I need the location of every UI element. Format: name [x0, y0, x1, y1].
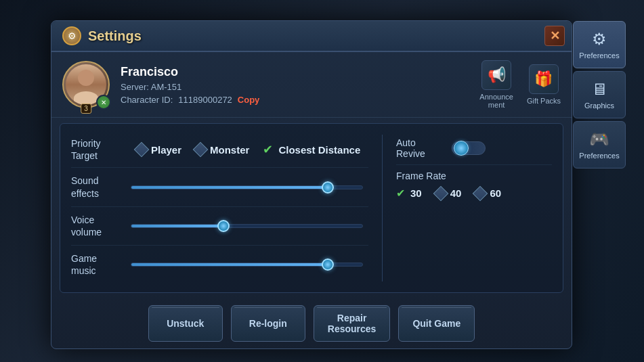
closest-distance-label: Closest Distance	[278, 144, 360, 156]
checkmark-icon: ✔	[263, 142, 273, 157]
graphics-label: Graphics	[584, 101, 614, 110]
game-music-thumb	[322, 258, 334, 271]
profile-name: Francisco	[121, 65, 479, 79]
right-sidebar: ⚙ Preferences 🖥 Graphics 🎮 Preferences	[573, 21, 626, 168]
copy-button[interactable]: Copy	[238, 95, 260, 105]
sound-effects-row: Soundeffects	[71, 168, 368, 206]
profile-server: Server: AM-151	[121, 82, 479, 92]
profile-id-row: Character ID: 11189000272 Copy	[121, 95, 479, 105]
title-icon: ⚙	[62, 26, 81, 45]
relogin-button[interactable]: Re-login	[231, 305, 305, 342]
preferences-top-label: Preferences	[579, 51, 619, 60]
voice-volume-thumb	[217, 220, 230, 232]
profile-id-value: 11189000272	[178, 95, 232, 105]
frame-30-check: ✔	[396, 187, 405, 200]
sound-effects-thumb	[322, 181, 334, 194]
close-button[interactable]: ✕	[544, 26, 565, 46]
frame-rate-options: ✔ 30 40 60	[396, 187, 552, 200]
left-column: PriorityTarget Player Monster ✔ Closes	[71, 132, 368, 284]
avatar-badge: ✕	[96, 95, 111, 110]
gift-packs-label: Gift Packs	[527, 97, 561, 105]
buttons-row: Unstuck Re-login RepairResources Quit Ga…	[51, 298, 572, 348]
game-music-fill	[131, 263, 328, 266]
settings-modal: ⚙ Settings ✕ ✕ 3 Francisco Server: AM-15…	[51, 20, 572, 349]
sound-effects-label: Soundeffects	[71, 175, 125, 199]
column-divider	[382, 135, 383, 281]
profile-info: Francisco Server: AM-151 Character ID: 1…	[121, 65, 479, 105]
voice-volume-fill	[131, 225, 223, 227]
frame-30-label: 30	[410, 187, 422, 199]
frame-60-option[interactable]: 60	[475, 187, 501, 200]
frame-40-option[interactable]: 40	[435, 187, 462, 200]
player-option[interactable]: Player	[136, 144, 181, 156]
voice-volume-row: Voicevolume	[71, 207, 368, 246]
announcement-icon-item[interactable]: 📢 Announcement	[479, 60, 513, 109]
game-music-row: Gamemusic	[71, 246, 368, 284]
sidebar-tab-preferences-top[interactable]: ⚙ Preferences	[573, 21, 626, 68]
unstuck-button[interactable]: Unstuck	[148, 305, 223, 342]
closest-distance-option[interactable]: ✔ Closest Distance	[263, 142, 360, 157]
frame-40-label: 40	[450, 187, 462, 199]
priority-options: Player Monster ✔ Closest Distance	[136, 142, 368, 157]
modal-title-bar: ⚙ Settings ✕	[51, 21, 572, 52]
quit-game-button[interactable]: Quit Game	[398, 305, 475, 342]
announcement-icon: 📢	[481, 60, 511, 90]
frame-30-option[interactable]: ✔ 30	[396, 187, 422, 200]
profile-id-label: Character ID:	[121, 95, 173, 105]
player-radio	[134, 142, 150, 158]
auto-revive-label: AutoRevive	[396, 137, 444, 159]
player-label: Player	[151, 144, 181, 156]
modal-title: Settings	[88, 28, 142, 44]
avatar-level: 3	[81, 104, 91, 114]
monster-radio	[193, 142, 209, 158]
content-area: PriorityTarget Player Monster ✔ Closes	[60, 123, 563, 293]
game-music-label: Gamemusic	[71, 252, 125, 277]
monster-label: Monster	[210, 144, 249, 156]
frame-60-radio	[473, 185, 488, 201]
priority-target-label: PriorityTarget	[71, 137, 125, 162]
top-icons: 📢 Announcement 🎁 Gift Packs	[479, 60, 561, 109]
sidebar-tab-graphics[interactable]: 🖥 Graphics	[573, 71, 626, 118]
frame-rate-title: Frame Rate	[396, 171, 552, 181]
profile-section: ✕ 3 Francisco Server: AM-151 Character I…	[51, 52, 572, 118]
frame-rate-section: Frame Rate ✔ 30 40 60	[396, 165, 552, 205]
auto-revive-row: AutoRevive	[396, 132, 552, 165]
preferences-bottom-label: Preferences	[579, 152, 619, 160]
toggle-thumb	[454, 141, 469, 156]
right-column: AutoRevive Frame Rate ✔ 30	[396, 132, 552, 284]
preferences-bottom-icon: 🎮	[589, 130, 609, 149]
voice-volume-label: Voicevolume	[71, 214, 125, 238]
two-col-layout: PriorityTarget Player Monster ✔ Closes	[71, 132, 552, 284]
monster-option[interactable]: Monster	[195, 144, 249, 156]
repair-resources-button[interactable]: RepairResources	[314, 305, 391, 342]
priority-target-row: PriorityTarget Player Monster ✔ Closes	[71, 132, 368, 168]
graphics-icon: 🖥	[591, 80, 607, 99]
voice-volume-slider[interactable]	[131, 224, 363, 228]
announcement-label: Announcement	[479, 93, 513, 109]
sound-effects-fill	[131, 186, 328, 189]
auto-revive-toggle[interactable]	[452, 141, 486, 155]
sidebar-tab-preferences-bottom[interactable]: 🎮 Preferences	[573, 121, 626, 168]
avatar-container: ✕ 3	[62, 61, 110, 108]
gift-packs-icon-item[interactable]: 🎁 Gift Packs	[527, 64, 561, 105]
preferences-top-icon: ⚙	[592, 30, 607, 49]
frame-60-label: 60	[490, 187, 501, 199]
frame-40-radio	[433, 185, 448, 201]
toggle-track	[452, 141, 486, 155]
game-music-slider[interactable]	[131, 263, 363, 267]
gift-packs-icon: 🎁	[529, 64, 559, 94]
sound-effects-slider[interactable]	[131, 185, 363, 189]
